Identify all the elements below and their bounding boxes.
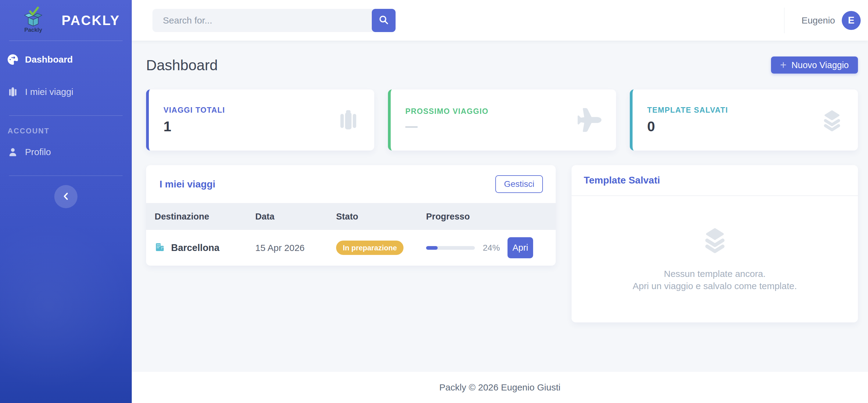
sidebar: Packly PACKLY Dashboard — [0, 0, 132, 403]
status-badge: In preparazione — [336, 240, 403, 255]
sidebar-item-label: Dashboard — [25, 54, 73, 65]
search-form — [153, 9, 396, 32]
topbar-divider — [784, 8, 784, 33]
sidebar-item-label: I miei viaggi — [25, 87, 73, 97]
templates-empty-line2: Apri un viaggio e salvalo come template. — [632, 280, 797, 292]
manage-trips-button[interactable]: Gestisci — [495, 175, 543, 193]
templates-card-header: Template Salvati — [571, 165, 858, 196]
sidebar-item-profile[interactable]: Profilo — [0, 143, 132, 161]
column-header-progress: Progresso — [426, 211, 547, 222]
layers-icon — [821, 109, 843, 131]
progress-bar-track — [426, 246, 475, 250]
templates-empty-line1: Nessun template ancora. — [664, 268, 766, 280]
sidebar-item-trips[interactable]: I miei viaggi — [0, 83, 132, 101]
layers-icon — [702, 226, 728, 253]
column-header-status: Stato — [336, 211, 426, 222]
chevron-left-icon — [61, 191, 71, 202]
new-trip-label: Nuovo Viaggio — [792, 60, 849, 70]
stat-card-next-trip: PROSSIMO VIAGGIO — — [388, 89, 616, 150]
date-cell: 15 Apr 2026 — [255, 243, 336, 253]
main-column: Eugenio E Dashboard + Nuovo Viaggio VIAG… — [132, 0, 868, 403]
page-header: Dashboard + Nuovo Viaggio — [146, 56, 858, 74]
stat-card-saved-templates: TEMPLATE SALVATI 0 — [630, 89, 858, 150]
suitcase-icon — [7, 86, 18, 97]
plus-icon: + — [780, 60, 786, 70]
stat-card-total-trips: VIAGGI TOTALI 1 — [146, 89, 374, 150]
templates-card: Template Salvati Nessun template ancora.… — [571, 165, 858, 322]
stat-value: 0 — [647, 118, 728, 135]
footer: Packly © 2026 Eugenio Giusti — [132, 372, 868, 403]
templates-title: Template Salvati — [584, 175, 660, 186]
stat-value: 1 — [163, 118, 225, 135]
app-root: Packly PACKLY Dashboard — [0, 0, 868, 403]
progress-cell: 24% Apri — [426, 237, 547, 258]
search-button[interactable] — [372, 9, 396, 32]
trips-title: I miei viaggi — [159, 179, 215, 190]
sidebar-section-account: ACCOUNT — [0, 116, 132, 135]
brand-name: PACKLY — [62, 13, 120, 28]
panels-row: I miei viaggi Gestisci Destinazione Data… — [146, 165, 858, 322]
stat-label: PROSSIMO VIAGGIO — [405, 107, 489, 116]
table-row: Barcellona 15 Apr 2026 In preparazione 2… — [146, 230, 556, 266]
search-icon — [378, 15, 389, 26]
stat-value: — — [405, 119, 489, 133]
open-trip-button[interactable]: Apri — [507, 237, 533, 258]
destination-cell: Barcellona — [155, 241, 255, 254]
palette-icon — [7, 54, 18, 65]
user-name: Eugenio — [802, 15, 835, 26]
search-input[interactable] — [153, 9, 374, 32]
airplane-icon — [578, 108, 601, 132]
column-header-destination: Destinazione — [155, 211, 255, 222]
progress-bar-fill — [426, 246, 438, 250]
content-area: Dashboard + Nuovo Viaggio VIAGGI TOTALI … — [132, 40, 868, 372]
sidebar-item-dashboard[interactable]: Dashboard — [0, 51, 132, 68]
stats-row: VIAGGI TOTALI 1 PROSSIMO VI — [146, 89, 858, 150]
sidebar-nav: Dashboard I miei viaggi — [0, 41, 132, 115]
stat-label: VIAGGI TOTALI — [163, 106, 225, 114]
packly-logo-icon: Packly — [24, 5, 43, 35]
trips-card: I miei viaggi Gestisci Destinazione Data… — [146, 165, 556, 266]
page-title: Dashboard — [146, 57, 218, 74]
sidebar-collapse-button[interactable] — [54, 185, 78, 208]
topbar: Eugenio E — [132, 0, 868, 40]
progress-percent: 24% — [483, 243, 500, 253]
new-trip-button[interactable]: + Nuovo Viaggio — [771, 56, 858, 74]
avatar[interactable]: E — [842, 11, 861, 30]
svg-text:Packly: Packly — [24, 26, 42, 33]
table-header-row: Destinazione Data Stato Progresso — [146, 203, 556, 230]
destination-name: Barcellona — [171, 242, 220, 253]
status-cell: In preparazione — [336, 240, 426, 255]
person-icon — [7, 147, 18, 157]
suitcase-icon — [337, 109, 360, 131]
templates-empty-state: Nessun template ancora. Apri un viaggio … — [571, 196, 858, 322]
trips-card-header: I miei viaggi Gestisci — [146, 165, 556, 203]
column-header-date: Data — [255, 211, 336, 222]
stat-label: TEMPLATE SALVATI — [647, 106, 728, 114]
city-icon — [155, 241, 165, 254]
user-menu[interactable]: Eugenio E — [784, 8, 861, 33]
sidebar-item-label: Profilo — [25, 147, 51, 157]
brand[interactable]: Packly PACKLY — [0, 0, 132, 40]
footer-text: Packly © 2026 Eugenio Giusti — [439, 382, 560, 393]
